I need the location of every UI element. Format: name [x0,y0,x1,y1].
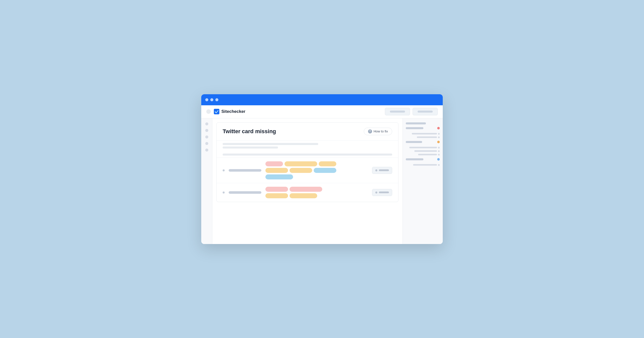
placeholder-line-2 [223,147,278,149]
rs-sub-bar-1 [412,133,437,134]
rs-sub-1 [407,133,440,135]
logo-text: Sitechecker [221,109,245,114]
filter-bar [217,152,398,158]
rs-sub-dot-5 [438,154,440,156]
rs-bar-2 [406,127,423,129]
tag-pink-2 [265,187,288,192]
tags-row-1-2 [265,168,368,173]
rs-sub-bar-3 [409,147,437,148]
tag-pink-1 [265,161,283,166]
tag-orange-4 [290,168,312,173]
browser-body: Twitter card missing ? How to fix [201,118,443,244]
rs-dot-orange-1 [437,141,440,143]
table-row-1 [217,158,398,183]
rs-item-4 [406,158,440,161]
rs-dot-red-1 [437,127,440,129]
tag-blue-1 [314,168,336,173]
action-button-1[interactable] [372,167,392,174]
tag-orange-1 [285,161,317,166]
row-indicator-2 [223,191,225,194]
content-panel: Twitter card missing ? How to fix [216,122,398,202]
action-btn-dot-1 [375,169,377,171]
sidebar-dot-4[interactable] [205,142,208,145]
traffic-light-2[interactable] [210,98,213,101]
rs-sub-bar-6 [413,164,437,166]
table-row-2 [217,183,398,202]
rs-item-1 [406,122,440,124]
tags-row-2-2 [265,193,368,198]
rs-subitems-1 [406,132,440,138]
rs-sub-bar-4 [414,150,437,152]
how-to-fix-label: How to fix [374,129,388,133]
rs-sub-dot-1 [438,133,440,135]
action-button-2[interactable] [372,189,392,196]
rs-sub-4 [407,150,440,152]
panel-header: Twitter card missing ? How to fix [217,123,398,140]
action-btn-bar-2 [379,191,389,193]
rs-bar-4 [406,158,423,160]
right-sidebar [403,118,443,244]
toolbar-button-1[interactable] [385,108,410,115]
tag-orange-5 [265,193,288,198]
browser-titlebar [201,94,443,105]
toolbar-btn-bar-1 [390,111,405,113]
tags-area-2 [265,187,368,198]
rs-sub-2 [407,136,440,138]
traffic-light-3[interactable] [215,98,218,101]
tag-orange-3 [265,168,288,173]
row-url-1 [229,169,261,172]
rs-sub-dot-6 [438,164,440,166]
rs-item-2 [406,127,440,129]
rs-sub-3 [407,147,440,149]
toolbar-buttons [385,108,438,115]
tag-blue-2 [265,174,293,179]
left-sidebar [201,118,212,244]
placeholder-line-1 [223,143,318,145]
tag-pink-3 [290,187,322,192]
how-to-fix-button[interactable]: ? How to fix [364,128,392,135]
panel-title: Twitter card missing [223,128,276,135]
rs-sub-5 [407,154,440,156]
filter-bar-line [223,154,392,156]
rs-sub-6 [407,164,440,166]
row-url-2 [229,191,261,194]
rs-bar-3 [406,141,422,143]
sidebar-dot-1[interactable] [205,122,208,125]
rs-sub-bar-2 [417,136,437,138]
logo-area: Sitechecker [214,109,382,114]
tags-row-1-1 [265,161,368,166]
rs-sub-dot-3 [438,147,440,149]
rs-subitems-3 [406,163,440,166]
rs-bar-1 [406,122,426,124]
tag-orange-2 [319,161,336,166]
toolbar-btn-bar-2 [418,111,433,113]
main-content: Twitter card missing ? How to fix [212,118,403,244]
browser-window: Sitechecker Twitter card missin [201,94,443,244]
sidebar-dot-5[interactable] [205,149,208,152]
tags-row-1-3 [265,174,368,179]
tag-orange-6 [290,193,317,198]
rs-item-3 [406,141,440,143]
svg-rect-0 [214,109,219,114]
rs-sub-dot-4 [438,150,440,152]
sidebar-dot-3[interactable] [205,135,208,138]
action-btn-bar-1 [379,169,389,171]
toolbar-button-2[interactable] [413,108,438,115]
back-button[interactable] [206,109,211,114]
rs-dot-blue-1 [437,158,440,161]
sidebar-dot-2[interactable] [205,129,208,132]
how-to-fix-icon: ? [368,129,372,133]
tags-area-1 [265,161,368,179]
panel-subheader [217,140,398,152]
traffic-light-1[interactable] [205,98,208,101]
tags-row-2-1 [265,187,368,192]
rs-sub-bar-5 [418,154,437,155]
row-indicator-1 [223,169,225,171]
action-btn-dot-2 [375,191,377,194]
browser-toolbar: Sitechecker [201,105,443,118]
rs-sub-dot-2 [438,136,440,138]
sitechecker-logo-icon [214,109,219,114]
rs-subitems-2 [406,146,440,156]
